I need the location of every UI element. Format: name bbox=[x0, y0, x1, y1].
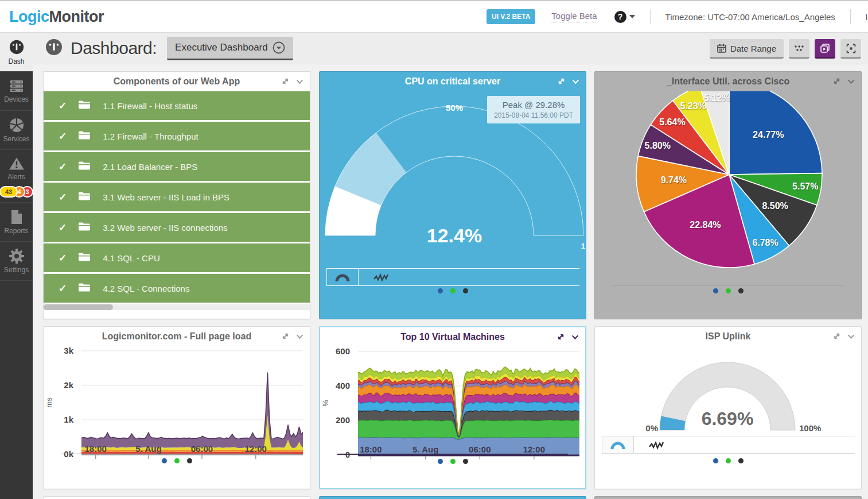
folder-icon bbox=[78, 130, 90, 142]
more-options-button[interactable] bbox=[789, 39, 809, 59]
check-icon: ✓ bbox=[59, 161, 67, 173]
divider bbox=[850, 9, 851, 24]
expand-icon[interactable] bbox=[281, 332, 290, 341]
alert-badge-warning[interactable]: 43 bbox=[0, 186, 18, 198]
sidebar-item-services[interactable]: Services bbox=[0, 111, 33, 150]
chevron-down-icon[interactable] bbox=[571, 332, 579, 341]
tab-sparkline-view[interactable] bbox=[634, 436, 855, 454]
help-menu[interactable]: ? bbox=[614, 11, 635, 23]
dashboard-gauge-icon bbox=[45, 38, 63, 58]
pager-dot-2[interactable] bbox=[726, 288, 731, 293]
sidebar-nav: DashDevicesServicesAlerts4343ReportsSett… bbox=[0, 33, 33, 499]
component-label: 4.1 SQL - CPU bbox=[103, 253, 159, 263]
component-label: 3.1 Web server - IIS Load in BPS bbox=[103, 192, 229, 202]
check-icon: ✓ bbox=[59, 130, 67, 142]
help-icon[interactable]: ? bbox=[614, 11, 626, 23]
panel-title: Top 10 Virtual Machines bbox=[400, 332, 505, 342]
sidebar-item-alerts[interactable]: Alerts4343 bbox=[0, 150, 33, 203]
chevron-down-icon[interactable] bbox=[847, 77, 855, 86]
x-axis-tick-label: 18:00 bbox=[360, 444, 382, 454]
pager-dot-2[interactable] bbox=[726, 458, 731, 463]
dashboard-selector-label: Executive Dashboard bbox=[175, 42, 268, 53]
x-axis-tick-label: 12:00 bbox=[245, 444, 267, 454]
gauge-arc-icon bbox=[335, 273, 350, 282]
pager-dots bbox=[320, 459, 585, 464]
pager-dot-3[interactable] bbox=[463, 288, 468, 293]
panel-title: ISP Uplink bbox=[706, 331, 751, 342]
fullscreen-icon bbox=[846, 44, 856, 53]
date-range-button[interactable]: Date Range bbox=[710, 39, 784, 59]
component-row[interactable]: ✓4.1 SQL - CPU bbox=[44, 243, 310, 272]
expand-icon[interactable] bbox=[832, 332, 841, 341]
check-icon: ✓ bbox=[59, 222, 67, 234]
sidebar-item-devices[interactable]: Devices bbox=[0, 72, 33, 111]
gauge-max-tick-label-clipped: 1 bbox=[581, 242, 585, 250]
sidebar-item-settings[interactable]: Settings bbox=[0, 242, 33, 281]
pager-dot-2[interactable] bbox=[450, 288, 456, 293]
component-row[interactable]: ✓1.1 Firewall - Host status bbox=[44, 91, 310, 120]
component-row[interactable]: ✓1.2 Firewall - Throughput bbox=[44, 122, 310, 150]
scrollbar-thumb[interactable] bbox=[44, 304, 113, 310]
pager-dot-3[interactable] bbox=[738, 458, 744, 463]
svg-text:1k: 1k bbox=[64, 415, 73, 424]
expand-icon[interactable] bbox=[832, 77, 841, 86]
expand-icon[interactable] bbox=[557, 77, 566, 86]
chevron-down-icon[interactable] bbox=[629, 15, 635, 18]
sidebar-item-reports[interactable]: Reports bbox=[0, 203, 33, 242]
pager-dot-1[interactable] bbox=[713, 288, 718, 293]
panel-partial bbox=[43, 496, 310, 499]
pager-dot-1[interactable] bbox=[713, 458, 718, 463]
panel-cpu-gauge: CPU on critical server 50% 12.4% 1 Peak … bbox=[319, 71, 586, 319]
chevron-down-icon[interactable] bbox=[295, 332, 304, 341]
toggle-beta-link[interactable]: Toggle Beta bbox=[551, 11, 597, 22]
check-icon: ✓ bbox=[59, 252, 67, 264]
svg-text:5.23%: 5.23% bbox=[680, 101, 706, 111]
chevron-down-icon[interactable] bbox=[295, 77, 304, 86]
sidebar-item-label: Services bbox=[3, 135, 29, 143]
pager-dots bbox=[320, 288, 586, 293]
pager-dot-3[interactable] bbox=[187, 458, 192, 463]
calendar-icon bbox=[717, 44, 726, 53]
tab-sparkline-view[interactable] bbox=[359, 268, 579, 286]
component-row[interactable]: ✓4.2 SQL - Connections bbox=[44, 274, 310, 303]
sidebar-item-dash[interactable]: Dash bbox=[0, 33, 33, 72]
pager-dot-1[interactable] bbox=[162, 458, 167, 463]
slideshow-button[interactable] bbox=[815, 39, 835, 59]
fullscreen-button[interactable] bbox=[840, 39, 861, 59]
component-label: 2.1 Load Balancer - BPS bbox=[103, 162, 197, 172]
sparkline-icon bbox=[649, 440, 664, 450]
sidebar-item-label: Devices bbox=[4, 95, 29, 103]
services-icon bbox=[9, 118, 24, 133]
devices-icon bbox=[9, 79, 25, 93]
account-name[interactable]: logicmonitor bbox=[866, 12, 868, 22]
date-range-label: Date Range bbox=[730, 44, 776, 53]
chevron-down-icon[interactable] bbox=[847, 332, 855, 341]
expand-icon[interactable] bbox=[556, 332, 565, 341]
interface-pie-chart: 24.77%5.57%8.50%6.78%22.84%9.74%5.80%5.6… bbox=[595, 91, 861, 282]
pager-dot-3[interactable] bbox=[463, 459, 468, 464]
component-row[interactable]: ✓2.1 Load Balancer - BPS bbox=[44, 152, 310, 181]
component-row[interactable]: ✓3.2 Web server - IIS connections bbox=[44, 213, 310, 242]
pager-dot-3[interactable] bbox=[738, 288, 744, 293]
page-header: Dashboard: Executive Dashboard Date Rang… bbox=[33, 33, 868, 64]
logo-part2: Monitor bbox=[49, 8, 104, 25]
chevron-down-icon[interactable] bbox=[571, 77, 580, 86]
tab-gauge-view[interactable] bbox=[326, 268, 359, 286]
pager-dot-1[interactable] bbox=[438, 459, 443, 464]
pager-dot-2[interactable] bbox=[174, 458, 180, 463]
svg-text:200: 200 bbox=[336, 415, 350, 425]
svg-text:8.50%: 8.50% bbox=[762, 201, 788, 211]
peak-tooltip: Peak @ 29.28% 2015-08-04 11:56:00 PDT bbox=[487, 96, 580, 123]
pager-dots bbox=[44, 458, 310, 463]
alert-count-badges[interactable]: 4343 bbox=[0, 186, 33, 198]
gauge-max-label: 100% bbox=[799, 423, 821, 433]
panel-isp-uplink: ISP Uplink 6.69% 0% 100% bbox=[594, 326, 862, 489]
component-row[interactable]: ✓3.1 Web server - IIS Load in BPS bbox=[44, 183, 310, 211]
pager-dot-1[interactable] bbox=[438, 288, 443, 293]
pager-dot-2[interactable] bbox=[450, 459, 456, 464]
check-icon: ✓ bbox=[59, 100, 67, 112]
tab-gauge-view[interactable] bbox=[602, 436, 634, 454]
expand-icon[interactable] bbox=[281, 77, 290, 86]
dashboard-selector[interactable]: Executive Dashboard bbox=[167, 37, 293, 60]
horizontal-scrollbar bbox=[44, 304, 310, 310]
